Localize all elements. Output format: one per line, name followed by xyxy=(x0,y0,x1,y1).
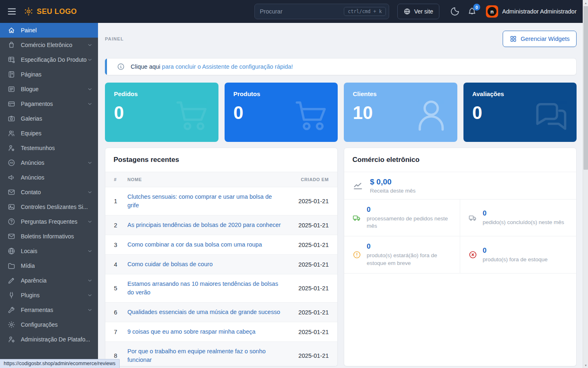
stat-card-avaliacoes[interactable]: Avaliações0 xyxy=(463,83,577,142)
sidebar-item-label: Configurações xyxy=(21,321,58,328)
view-site-button[interactable]: Ver site xyxy=(397,4,439,19)
revenue-value[interactable]: $ 0,00 xyxy=(370,177,416,186)
search-box[interactable]: ctrl/cmd + k xyxy=(254,4,389,19)
sidebar-item-equipes[interactable]: Equipes xyxy=(0,126,98,141)
ecommerce-stat-label: produto(s) estará(ão) fora de estoque em… xyxy=(367,252,452,267)
sidebar-item-especificacao-do-produto[interactable]: Especificação Do Produto xyxy=(0,52,98,67)
sidebar-item-locais[interactable]: Locais xyxy=(0,244,98,258)
table-row: 3Como combinar a cor da sua bolsa com um… xyxy=(105,235,337,255)
sidebar-item-blogue[interactable]: Blogue xyxy=(0,82,98,96)
ecommerce-stat-label: pedido(s) concluído(s) neste mês xyxy=(483,219,564,226)
sidebar-item-label: Comércio Eletrônico xyxy=(21,42,72,48)
post-link[interactable]: Por que o trabalho em equipe realmente f… xyxy=(127,348,266,363)
sidebar-item-aparencia[interactable]: Aparência xyxy=(0,273,98,288)
avatar[interactable]: n xyxy=(486,5,498,18)
sidebar-item-configuracoes[interactable]: Configurações xyxy=(0,317,98,332)
column-header-name: NOME xyxy=(122,172,289,187)
ecommerce-stat-text: 0processamento de pedidos neste mês xyxy=(367,206,452,230)
brush-icon xyxy=(7,276,16,285)
post-link[interactable]: 9 coisas que eu amo sobre raspar minha c… xyxy=(127,328,256,335)
search-input[interactable] xyxy=(260,8,344,15)
sidebar-item-pagamentos[interactable]: Pagamentos xyxy=(0,96,98,111)
post-index: 6 xyxy=(105,303,122,322)
sidebar-item-contato[interactable]: Contato xyxy=(0,185,98,200)
sidebar-item-anuncios[interactable]: ADAnúncios xyxy=(0,155,98,170)
sidebar-item-label: Anúncios xyxy=(21,159,45,166)
post-created-date: 2025-01-21 xyxy=(289,187,337,215)
sidebar-item-label: Perguntas Frequentes xyxy=(21,218,78,225)
scrollbar-thumb[interactable] xyxy=(584,6,588,170)
topbar: SEU LOGO ctrl/cmd + k Ver site 0 n Admin… xyxy=(0,0,583,23)
ecommerce-stat-value[interactable]: 0 xyxy=(367,242,452,251)
post-link[interactable]: Como combinar a cor da sua bolsa com uma… xyxy=(127,241,262,248)
moon-icon xyxy=(450,7,460,16)
app-logo[interactable]: SEU LOGO xyxy=(23,6,77,17)
post-name-cell: Clutches sensuais: como comprar e usar u… xyxy=(122,187,289,215)
post-name-cell: Estamos arrasando nas 10 maiores tendênc… xyxy=(122,274,289,303)
sidebar-nav: PainelComércio EletrônicoEspecificação D… xyxy=(0,23,98,347)
post-link[interactable]: As principais tendências de bolsas de 20… xyxy=(127,222,281,228)
stat-card-pedidos[interactable]: Pedidos0 xyxy=(105,83,218,142)
post-link[interactable]: Qualidades essenciais de uma música de g… xyxy=(127,309,280,315)
ecommerce-stat-text: 0produto(s) fora de estoque xyxy=(483,247,548,263)
recent-posts-card: Postagens recentes # NOME CRIADO EM 1Clu… xyxy=(105,148,338,366)
ecommerce-stat: 0processamento de pedidos neste mês xyxy=(344,200,460,236)
menu-toggle-button[interactable] xyxy=(7,6,17,17)
sidebar-item-painel[interactable]: Painel xyxy=(0,23,98,38)
recent-posts-header: Postagens recentes xyxy=(105,148,337,172)
post-created-date: 2025-01-21 xyxy=(289,215,337,235)
sidebar-item-ferramentas[interactable]: Ferramentas xyxy=(0,303,98,317)
sidebar-item-testemunhos[interactable]: Testemunhos xyxy=(0,141,98,155)
sidebar-item-galerias[interactable]: Galerias xyxy=(0,111,98,126)
ecommerce-stat: 0pedido(s) concluído(s) neste mês xyxy=(460,200,576,236)
sidebar-item-midia[interactable]: Mídia xyxy=(0,258,98,273)
chevron-down-icon xyxy=(87,248,93,254)
ecommerce-stat-value[interactable]: 0 xyxy=(367,206,452,214)
scroll-up-arrow[interactable]: ▲ xyxy=(583,0,588,6)
chevron-down-icon xyxy=(87,292,93,298)
ecommerce-stat: 0produto(s) fora de estoque xyxy=(460,236,576,273)
ecommerce-stat: 0produto(s) estará(ão) fora de estoque e… xyxy=(344,236,460,273)
table-row: 4Como cuidar de bolsas de couro2025-01-2… xyxy=(105,255,337,274)
sidebar-item-plugins[interactable]: Plugins xyxy=(0,288,98,303)
manage-widgets-button[interactable]: Gerenciar Widgets xyxy=(503,31,577,47)
users-icon xyxy=(7,129,16,137)
notifications-button[interactable]: 0 xyxy=(468,7,477,16)
sidebar-item-label: Aparência xyxy=(21,277,47,284)
column-header-num: # xyxy=(105,172,122,187)
sidebar-item-paginas[interactable]: Páginas xyxy=(0,67,98,82)
stat-card-clientes[interactable]: Clientes10 xyxy=(344,83,457,142)
sidebar-item-administracao-de-platafo[interactable]: Administração De Platafo... xyxy=(0,332,98,347)
user-cog-icon xyxy=(7,335,16,343)
scroll-down-arrow[interactable]: ▼ xyxy=(583,362,588,368)
post-link[interactable]: Clutches sensuais: como comprar e usar u… xyxy=(127,193,272,209)
sidebar-item-comercio-eletronico[interactable]: Comércio Eletrônico xyxy=(0,38,98,52)
ecommerce-stat-value[interactable]: 0 xyxy=(483,247,548,255)
table-row: 5Estamos arrasando nas 10 maiores tendên… xyxy=(105,274,337,303)
post-link[interactable]: Como cuidar de bolsas de couro xyxy=(127,261,213,267)
chart-line-icon xyxy=(352,180,363,191)
sidebar-item-controles-deslizantes-si[interactable]: Controles Deslizantes Si... xyxy=(0,200,98,214)
sidebar-item-boletins-informativos[interactable]: Boletins Informativos xyxy=(0,229,98,244)
sidebar-item-label: Blogue xyxy=(21,86,39,92)
chevron-down-icon xyxy=(87,101,93,107)
view-site-label: Ver site xyxy=(414,8,433,15)
table-row: 8Por que o trabalho em equipe realmente … xyxy=(105,342,337,366)
post-index: 1 xyxy=(105,187,122,215)
post-name-cell: As principais tendências de bolsas de 20… xyxy=(122,215,289,235)
sidebar-item-label: Locais xyxy=(21,248,37,254)
sidebar-item-anuncios[interactable]: Anúncios xyxy=(0,170,98,185)
ecommerce-stat-value[interactable]: 0 xyxy=(483,209,564,218)
recent-posts-table: # NOME CRIADO EM 1Clutches sensuais: com… xyxy=(105,172,337,366)
sidebar-item-label: Pagamentos xyxy=(21,101,53,107)
logo-text: SEU LOGO xyxy=(37,7,77,16)
stat-card-produtos[interactable]: Produtos0 xyxy=(225,83,338,142)
alert-circle-icon xyxy=(352,250,361,259)
page-scrollbar[interactable]: ▲ ▼ xyxy=(583,0,588,368)
alert-link[interactable]: Clique aqui xyxy=(131,63,160,70)
post-link[interactable]: Estamos arrasando nas 10 maiores tendênc… xyxy=(127,280,278,296)
user-name[interactable]: Administrador Administrador xyxy=(502,8,577,15)
dark-mode-toggle[interactable] xyxy=(450,7,460,16)
sidebar-item-perguntas-frequentes[interactable]: Perguntas Frequentes xyxy=(0,214,98,229)
mail-icon xyxy=(7,188,16,196)
